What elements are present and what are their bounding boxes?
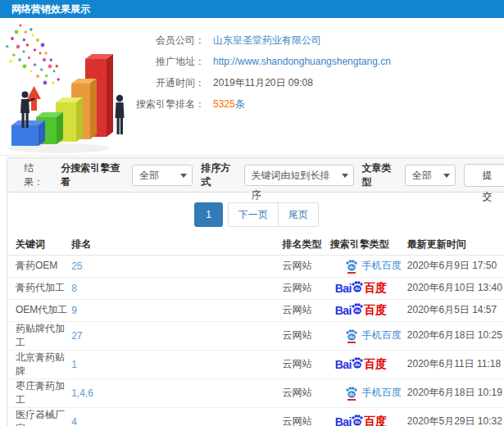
rank-count-value: 5325条 [213,97,245,111]
keyword-cell: 枣庄膏药加工 [7,378,71,407]
rank-cell[interactable]: 27 [71,321,282,350]
keyword-cell: 膏药OEM [7,255,71,277]
promo-url-link[interactable]: http://www.shandonghuangshengtang.cn [213,56,391,67]
page-1-button[interactable]: 1 [194,202,223,227]
engine-type-cell: Bai du 百度 [330,407,407,426]
keyword-cell: 医疗器械厂家 [7,407,71,426]
rank-type-cell: 云网站 [283,321,330,350]
baidu-logo-bai: Bai [335,304,352,317]
businessman-right [116,95,125,134]
chevron-down-icon [180,174,187,178]
article-type-value: 全部 [412,170,432,181]
baidu-logo-cn: 百度 [364,357,387,372]
keyword-cell: 膏药代加工 [7,277,71,299]
article-type-label: 文章类型 [362,161,400,189]
update-time-cell: 2020年5月29日 10:32 [407,407,504,426]
keyword-cell: 北京膏药贴牌 [7,350,71,378]
baidu-logo: Bai du 百度 [335,414,387,426]
svg-text:du: du [355,419,360,424]
last-page-button[interactable]: 尾页 [279,202,319,227]
rank-type-cell: 云网站 [283,350,330,378]
rank-cell[interactable]: 9 [71,299,282,321]
rank-cell[interactable]: 4 [71,407,282,426]
chevron-down-icon [443,174,450,178]
table-row: 药贴牌代加工 27 云网站 du 手机百度 2020年6月18日 10:25 [7,321,504,350]
baidu-logo-cn: 百度 [364,303,387,318]
info-row-open-time: 开通时间： 2019年11月20日 09:08 [129,72,391,93]
results-panel-header: 结果： 分搜索引擎查看 全部 排序方式 关键词由短到长排序 文章类型 全部 提交 [7,158,504,193]
update-time-cell: 2020年6月10日 13:40 [407,277,504,299]
engine-type-cell: du 手机百度 [330,255,407,277]
article-type-select[interactable]: 全部 [405,165,456,186]
rank-type-cell: 云网站 [283,378,330,407]
open-time-value: 2019年11月20日 09:08 [213,76,313,90]
table-row: 北京膏药贴牌 1 云网站 Bai du 百度 2020年6月11日 11:18 [7,350,504,378]
rank-cell[interactable]: 25 [71,255,282,277]
company-name-link[interactable]: 山东皇圣堂药业有限公司 [213,34,321,48]
open-time-label: 开通时间： [129,76,205,90]
rank-type-cell: 云网站 [283,277,330,299]
svg-text:du: du [349,392,354,397]
baidu-logo-bai: Bai [335,415,352,426]
engine-filter-value: 全部 [139,170,159,181]
info-row-company: 会员公司： 山东皇圣堂药业有限公司 [129,29,391,51]
confetti-dots [6,25,60,85]
update-time-cell: 2020年6月18日 10:19 [407,378,504,407]
baidu-paw-icon: du [352,414,364,426]
baidu-paw-icon: du [352,302,364,318]
baidu-logo: Bai du 百度 [335,302,387,318]
rank-count-label: 搜索引擎排名： [129,97,205,111]
rank-type-cell: 云网站 [283,255,330,277]
chevron-down-icon [342,174,348,178]
engine-filter-select[interactable]: 全部 [132,165,193,186]
baidu-logo-cn: 百度 [364,415,387,426]
engine-type-cell: Bai du 百度 [330,277,407,299]
col-keyword: 关键词 [7,235,71,255]
page-title: 网络营销效果展示 [0,0,504,18]
update-time-cell: 2020年6月18日 10:25 [407,321,504,350]
rank-cell[interactable]: 1,4,6 [71,378,282,407]
rank-type-cell: 云网站 [283,299,330,321]
rank-cell[interactable]: 1 [71,350,282,378]
sort-filter-value: 关键词由短到长排序 [252,170,330,201]
baidu-logo-cn: 百度 [364,281,387,296]
sort-filter-select[interactable]: 关键词由短到长排序 [244,165,354,186]
rank-cell[interactable]: 8 [71,277,282,299]
mobile-baidu-logo: du 手机百度 [345,386,402,401]
next-page-button[interactable]: 下一页 [228,202,279,227]
info-row-url: 推广地址： http://www.shandonghuangshengtang.… [129,51,391,72]
keyword-ranking-table: 关键词 排名 排名类型 搜索引擎类型 最新更新时间 膏药OEM 25 云网站 d… [7,235,504,426]
col-rank: 排名 [71,235,282,255]
mobile-baidu-logo: du 手机百度 [345,329,402,343]
mobile-baidu-label: 手机百度 [362,329,402,342]
info-row-rank-count: 搜索引擎排名： 5325条 [129,93,391,115]
col-engine-type: 搜索引擎类型 [330,235,407,255]
table-row: OEM代加工 9 云网站 Bai du 百度 2020年6月5日 14:57 [7,299,504,321]
table-row: 膏药OEM 25 云网站 du 手机百度 2020年6月9日 17:50 [7,255,504,277]
baidu-logo: Bai du 百度 [335,356,387,372]
rank-count-unit: 条 [235,98,245,110]
svg-text:du: du [355,308,360,313]
svg-text:du: du [349,265,354,270]
red-underline [347,342,356,343]
table-row: 膏药代加工 8 云网站 Bai du 百度 2020年6月10日 13:40 [7,277,504,299]
engine-type-cell: du 手机百度 [330,378,407,407]
mobile-baidu-label: 手机百度 [362,386,402,400]
promo-url-label: 推广地址： [129,55,205,69]
table-row: 枣庄膏药加工 1,4,6 云网站 du 手机百度 2020年6月18日 10:1… [7,378,504,407]
results-title: 结果： [24,161,52,189]
red-underline [347,399,356,401]
svg-text:du: du [349,334,354,339]
red-underline [347,272,356,274]
submit-button[interactable]: 提交 [464,164,504,187]
table-header-row: 关键词 排名 排名类型 搜索引擎类型 最新更新时间 [7,235,504,255]
rank-count-number: 5325 [213,98,235,110]
baidu-paw-icon: du [352,356,364,372]
mobile-baidu-paw-icon: du [345,259,358,274]
update-time-cell: 2020年6月5日 14:57 [407,299,504,321]
results-panel: 结果： 分搜索引擎查看 全部 排序方式 关键词由短到长排序 文章类型 全部 提交… [7,157,504,426]
update-time-cell: 2020年6月11日 11:18 [407,350,504,378]
baidu-logo-bai: Bai [335,282,352,295]
pagination: 1 下一页 尾页 [7,202,504,227]
company-info-list: 会员公司： 山东皇圣堂药业有限公司 推广地址： http://www.shand… [129,29,391,115]
